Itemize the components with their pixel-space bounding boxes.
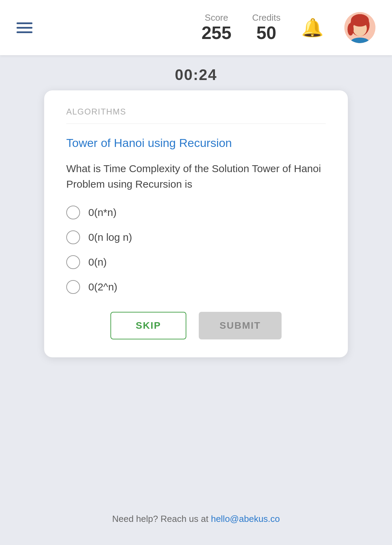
score-value: 255 <box>202 23 232 43</box>
avatar[interactable] <box>344 12 375 43</box>
hamburger-menu[interactable] <box>17 22 32 33</box>
card-divider <box>66 123 326 124</box>
footer-email-link[interactable]: hello@abekus.co <box>211 514 280 524</box>
options-list: 0(n*n) 0(n log n) 0(n) 0(2^n) <box>66 206 326 294</box>
credits-label: Credits <box>252 12 281 23</box>
option-item[interactable]: 0(n*n) <box>66 206 326 219</box>
radio-option-2[interactable] <box>66 230 80 244</box>
footer-help-text: Need help? Reach us at <box>112 514 211 524</box>
option-item[interactable]: 0(2^n) <box>66 280 326 294</box>
bell-icon[interactable]: 🔔 <box>301 17 324 38</box>
option-label-2: 0(n log n) <box>88 231 132 243</box>
score-block: Score 255 <box>202 12 232 43</box>
radio-option-3[interactable] <box>66 255 80 269</box>
quiz-card: ALGORITHMS Tower of Hanoi using Recursio… <box>44 90 348 357</box>
timer-bar: 00:24 <box>0 55 392 90</box>
page-footer: Need help? Reach us at hello@abekus.co <box>112 497 280 545</box>
submit-button[interactable]: SUBMIT <box>199 312 282 339</box>
credits-value: 50 <box>256 23 276 43</box>
option-label-1: 0(n*n) <box>88 207 117 218</box>
option-item[interactable]: 0(n log n) <box>66 230 326 244</box>
svg-point-3 <box>351 14 369 27</box>
score-label: Score <box>205 12 228 23</box>
card-actions: SKIP SUBMIT <box>66 312 326 339</box>
card-category: ALGORITHMS <box>66 107 326 117</box>
option-label-4: 0(2^n) <box>88 281 117 293</box>
option-item[interactable]: 0(n) <box>66 255 326 269</box>
card-question: What is Time Complexity of the Solution … <box>66 161 326 192</box>
credits-block: Credits 50 <box>252 12 281 43</box>
svg-point-4 <box>347 23 354 36</box>
option-label-3: 0(n) <box>88 256 107 268</box>
radio-option-1[interactable] <box>66 206 80 219</box>
radio-option-4[interactable] <box>66 280 80 294</box>
skip-button[interactable]: SKIP <box>110 312 186 339</box>
app-header: Score 255 Credits 50 🔔 <box>0 0 392 55</box>
header-stats: Score 255 Credits 50 🔔 <box>202 12 375 43</box>
card-topic: Tower of Hanoi using Recursion <box>66 136 326 150</box>
timer-display: 00:24 <box>175 66 217 83</box>
